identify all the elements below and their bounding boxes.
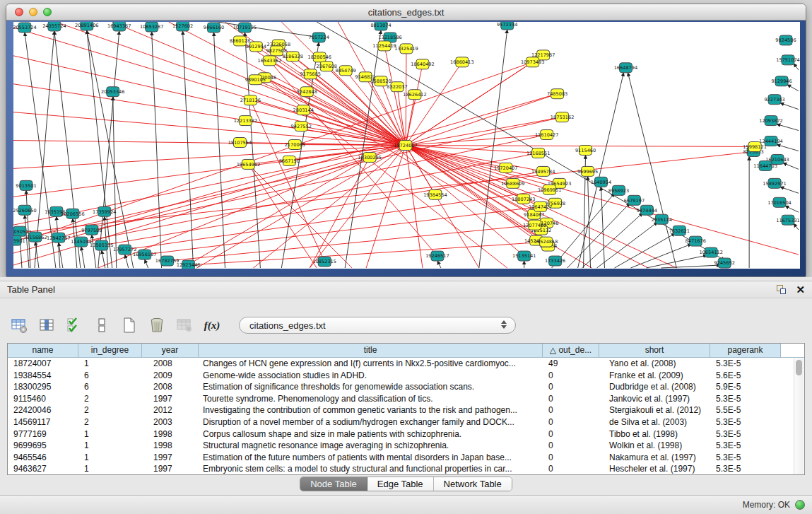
column-header-out_de[interactable]: △ out_de...	[543, 344, 599, 358]
graph-node[interactable]: 20053346	[101, 87, 125, 97]
graph-node-label: 8454749	[335, 68, 355, 74]
table-settings-icon[interactable]	[10, 316, 28, 334]
table-row[interactable]: 1872400712008Changes of HCN gene express…	[8, 358, 804, 370]
table-row[interactable]: 911546021997Tourette syndrome. Phenomeno…	[8, 393, 804, 405]
graph-node[interactable]: 16543362	[258, 56, 282, 66]
column-header-pagerank[interactable]: pagerank	[710, 344, 781, 358]
graph-node[interactable]: 12213382	[234, 116, 258, 126]
new-document-icon[interactable]	[120, 316, 139, 334]
show-columns-icon[interactable]	[37, 316, 56, 334]
table-row[interactable]: 1456911722003Disruption of a novel membe…	[8, 416, 804, 428]
close-panel-icon[interactable]: ✕	[796, 284, 805, 296]
graph-node[interactable]: 13325419	[394, 44, 418, 54]
column-header-year[interactable]: year	[142, 344, 199, 358]
column-header-in_degree[interactable]: in_degree	[78, 344, 142, 358]
tab-node-table[interactable]: Node Table	[300, 477, 367, 491]
graph-node[interactable]: 16782759	[155, 256, 180, 266]
graph-node[interactable]: 9699695	[577, 166, 598, 176]
graph-node[interactable]: 2935114	[652, 214, 672, 224]
graph-node[interactable]: 20891406	[75, 22, 99, 30]
graph-node[interactable]: 18640492	[411, 59, 435, 69]
graph-node[interactable]: 18107554	[228, 138, 252, 148]
graph-node[interactable]: 10688609	[501, 178, 525, 188]
graph-node[interactable]: 9129946	[771, 76, 792, 86]
graph-node[interactable]: 1640954	[591, 177, 611, 187]
table-row[interactable]: 1938455462009Genome-wide association stu…	[8, 370, 804, 382]
graph-node[interactable]: 16860413	[450, 57, 474, 67]
graph-node[interactable]: 11610427	[535, 130, 559, 140]
graph-node[interactable]: 7857224	[309, 33, 329, 42]
graph-node[interactable]: 16648794	[614, 63, 638, 73]
close-window-button[interactable]	[15, 8, 23, 16]
graph-node[interactable]: 7485083	[547, 89, 567, 99]
graph-node[interactable]: 1733426	[545, 256, 565, 266]
table-selector-dropdown[interactable]: citations_edges.txt	[239, 317, 516, 334]
graph-node[interactable]: 8454749	[335, 66, 355, 76]
graph-node[interactable]: 9474444	[637, 205, 657, 215]
graph-node[interactable]: 12942757	[47, 233, 71, 243]
graph-node[interactable]: 1527602	[172, 22, 193, 31]
column-header-title[interactable]: title	[199, 344, 543, 358]
window-titlebar[interactable]: citations_edges.txt	[6, 4, 806, 21]
graph-node[interactable]: 12093872	[759, 116, 783, 126]
graph-node[interactable]: 9824506	[775, 35, 796, 45]
scrollbar-thumb[interactable]	[796, 360, 802, 375]
vertical-scrollbar[interactable]	[794, 358, 804, 474]
float-window-icon[interactable]	[776, 284, 787, 296]
graph-node[interactable]: 12923446	[177, 260, 201, 269]
graph-node[interactable]: 15495784	[531, 166, 555, 176]
graph-node[interactable]: 9115460	[575, 146, 596, 156]
graph-node[interactable]: 6679197	[624, 195, 645, 205]
table-row[interactable]: 1830029562008Estimation of significance …	[8, 381, 804, 393]
graph-node[interactable]: 16943367	[107, 22, 131, 31]
graph-node[interactable]: 18626412	[403, 90, 427, 100]
zoom-window-button[interactable]	[43, 8, 52, 16]
table-row[interactable]: 969969511998Structural magnetic resonanc…	[8, 440, 804, 452]
tab-network-table[interactable]: Network Table	[434, 477, 512, 491]
column-header-short[interactable]: short	[599, 344, 710, 358]
table-cell: Structural magnetic resonance image aver…	[199, 440, 543, 452]
graph-node[interactable]: 15892971	[763, 178, 787, 188]
table-cell: Embryonic stem cells: a model to study s…	[199, 463, 543, 475]
graph-node[interactable]: 8471676	[686, 236, 706, 246]
graph-node[interactable]: 15720407	[494, 163, 518, 173]
table-row[interactable]: 946554611997Estimation of the future num…	[8, 452, 804, 464]
delete-icon[interactable]	[148, 316, 166, 334]
tab-edge-table[interactable]: Edge Table	[367, 477, 434, 491]
graph-node[interactable]: 24055724	[42, 22, 66, 31]
graph-node[interactable]: 9227343	[764, 95, 784, 105]
graph-node[interactable]: 10852315	[312, 257, 336, 267]
graph-node[interactable]: 11675331	[776, 215, 800, 225]
graph-node[interactable]: 18753162	[551, 112, 575, 122]
graph-node[interactable]: 20553724	[13, 23, 37, 33]
table-row[interactable]: 946362711997Embryonic stem cells: a mode…	[8, 463, 804, 475]
graph-node[interactable]: 25260650	[13, 205, 37, 215]
graph-node[interactable]: 9245652	[714, 258, 735, 268]
graph-node[interactable]: 9572334	[497, 22, 517, 30]
network-canvas[interactable]: 2055372424055724208914061694336710653287…	[13, 22, 800, 269]
graph-node[interactable]: 17016504	[767, 197, 792, 207]
graph-node[interactable]: 19654962	[237, 159, 261, 169]
graph-node[interactable]: 8667150	[279, 156, 300, 165]
graph-node[interactable]: 9013501	[16, 180, 36, 190]
graph-node[interactable]: 10653287	[140, 22, 164, 32]
graph-node[interactable]: 15751074	[776, 55, 800, 65]
table-row[interactable]: 977716911998Corpus callosum shape and si…	[8, 428, 804, 440]
graph-node[interactable]: 2367608	[317, 62, 337, 71]
memory-indicator-icon[interactable]	[795, 500, 805, 510]
graph-node[interactable]: 1145194	[71, 237, 91, 247]
function-builder-icon[interactable]: f(x)	[203, 316, 221, 334]
graph-node[interactable]: 19384554	[423, 189, 447, 199]
graph-node[interactable]: 8813074	[370, 22, 391, 30]
graph-node[interactable]: 18280546	[307, 52, 331, 62]
minimize-window-button[interactable]	[29, 8, 37, 16]
table-row[interactable]: 2242004622012Investigating the contribut…	[8, 404, 804, 416]
graph-node[interactable]: 7632621	[669, 226, 690, 235]
select-rows-icon[interactable]	[65, 316, 83, 334]
graph-node[interactable]: 9466160	[204, 23, 224, 33]
graph-node[interactable]: 15135141	[512, 251, 536, 261]
column-header-name[interactable]: name	[8, 344, 78, 358]
graph-node[interactable]: 19246517	[425, 251, 449, 261]
graph-node[interactable]: 10719135	[233, 23, 257, 33]
row-height-icon[interactable]	[93, 316, 111, 334]
